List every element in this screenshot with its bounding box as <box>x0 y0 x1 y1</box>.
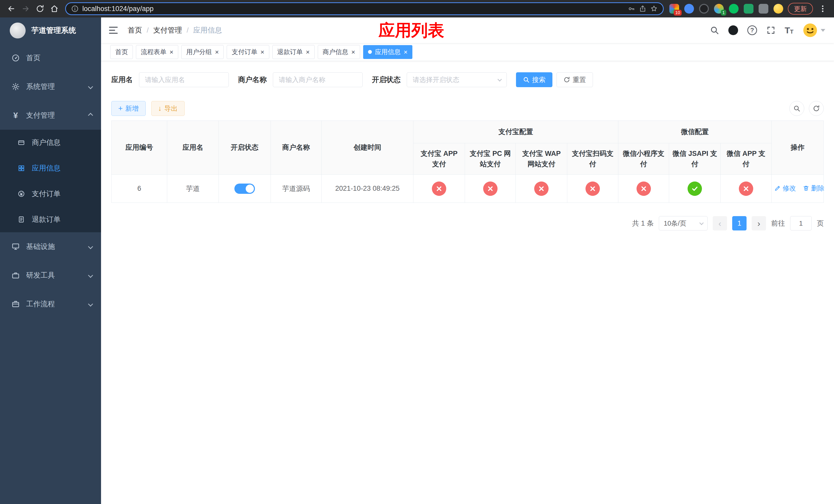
goto-label: 前往 <box>771 219 785 228</box>
page-size-value: 10条/页 <box>664 219 686 228</box>
reload-button[interactable] <box>33 2 47 16</box>
col-header-status: 开启状态 <box>219 121 270 175</box>
sidebar-group-system[interactable]: 系统管理 <box>0 72 101 101</box>
browser-menu-icon[interactable] <box>815 2 830 16</box>
filter-label-status: 开启状态 <box>372 75 401 85</box>
back-button[interactable] <box>4 2 19 16</box>
prev-page-button[interactable]: ‹ <box>713 216 727 230</box>
font-size-icon[interactable]: TT <box>785 26 793 35</box>
tab-label: 首页 <box>115 48 128 56</box>
chevron-down-icon <box>699 221 704 225</box>
sidebar: 芋道管理系统 首页 系统管理 ¥ 支付管理 <box>0 18 101 504</box>
sidebar-item-payment-order[interactable]: 支付订单 <box>0 181 101 207</box>
search-button[interactable]: 搜索 <box>516 72 552 87</box>
sidebar-group-workflow[interactable]: 工作流程 <box>0 290 101 318</box>
status-select[interactable]: 请选择开启状态 <box>407 72 507 87</box>
table-toolbar: + 新增 ↓ 导出 <box>111 101 824 116</box>
status-toggle[interactable] <box>235 184 255 194</box>
alipay-pc-status-icon <box>483 182 498 196</box>
sidebar-collapse-button[interactable] <box>108 25 118 36</box>
extension-icon-6[interactable] <box>744 4 753 14</box>
merchant-name-input[interactable] <box>273 72 363 87</box>
tabs-bar: 首页 流程表单 × 用户分组 × 支付订单 × 退款订单 × 商户信息 × <box>101 43 834 61</box>
close-icon[interactable]: × <box>404 49 408 55</box>
goto-page-input[interactable] <box>790 216 812 230</box>
home-button[interactable] <box>47 2 62 16</box>
extensions-puzzle-icon[interactable] <box>759 4 768 14</box>
chevron-down-icon <box>88 84 93 89</box>
page-size-select[interactable]: 10条/页 <box>659 216 707 230</box>
sidebar-item-label: 基础设施 <box>26 242 55 251</box>
sidebar-group-infrastructure[interactable]: 基础设施 <box>0 232 101 261</box>
chevron-down-icon <box>88 301 93 306</box>
breadcrumb-payment[interactable]: 支付管理 <box>153 25 182 35</box>
breadcrumb: 首页 / 支付管理 / 应用信息 <box>128 25 222 35</box>
export-button-label: 导出 <box>164 104 178 113</box>
fullscreen-icon[interactable] <box>766 26 775 35</box>
close-icon[interactable]: × <box>351 49 355 55</box>
brand-logo <box>10 23 26 39</box>
next-page-button[interactable]: › <box>752 216 766 230</box>
page-1-button[interactable]: 1 <box>732 216 747 230</box>
help-icon[interactable]: ? <box>747 25 757 35</box>
password-key-icon[interactable] <box>628 5 635 13</box>
briefcase-icon <box>11 300 21 308</box>
tab-merchant-info[interactable]: 商户信息 × <box>318 45 360 59</box>
reset-button[interactable]: 重置 <box>556 72 593 87</box>
toggle-search-button[interactable] <box>789 101 804 116</box>
sidebar-group-dev-tools[interactable]: 研发工具 <box>0 261 101 290</box>
sidebar-item-merchant-info[interactable]: 商户信息 <box>0 130 101 155</box>
search-icon[interactable] <box>710 26 719 35</box>
profile-avatar-icon[interactable] <box>773 4 783 14</box>
close-icon[interactable]: × <box>170 49 173 55</box>
pagination: 共 1 条 10条/页 ‹ 1 › 前往 页 <box>111 216 824 230</box>
close-icon[interactable]: × <box>260 49 264 55</box>
col-header-alipay-pc: 支付宝 PC 网站支付 <box>465 143 516 175</box>
refresh-button[interactable] <box>809 101 824 116</box>
user-avatar[interactable] <box>803 23 825 38</box>
sidebar-item-label: 系统管理 <box>26 82 55 92</box>
github-icon[interactable] <box>728 25 738 35</box>
export-button[interactable]: ↓ 导出 <box>151 101 185 116</box>
add-button[interactable]: + 新增 <box>111 101 146 116</box>
tab-process-form[interactable]: 流程表单 × <box>136 45 178 59</box>
site-info-icon[interactable] <box>71 5 79 13</box>
address-bar[interactable]: localhost:1024/pay/app <box>65 2 664 15</box>
profile-badge: 1 <box>721 10 726 16</box>
wechat-app-status-icon <box>739 182 753 196</box>
forward-button[interactable] <box>19 2 33 16</box>
sidebar-menu: 首页 系统管理 ¥ 支付管理 商户信息 <box>0 44 101 318</box>
tab-app-info[interactable]: 应用信息 × <box>363 45 412 59</box>
extension-icon-4[interactable]: 1 <box>714 4 724 14</box>
bookmark-star-icon[interactable] <box>650 5 658 13</box>
sidebar-item-home[interactable]: 首页 <box>0 44 101 72</box>
right-toolbar <box>789 101 824 116</box>
extension-icon-1[interactable]: 10 <box>670 4 679 14</box>
delete-link[interactable]: 删除 <box>803 184 825 193</box>
cell-actions: 修改 删除 <box>771 175 824 203</box>
share-icon[interactable] <box>639 5 646 13</box>
edit-link[interactable]: 修改 <box>774 184 796 193</box>
tab-user-group[interactable]: 用户分组 × <box>181 45 224 59</box>
tab-payment-order[interactable]: 支付订单 × <box>227 45 269 59</box>
sidebar-group-payment[interactable]: ¥ 支付管理 <box>0 101 101 130</box>
tab-label: 商户信息 <box>323 48 348 56</box>
col-header-merchant-name: 商户名称 <box>270 121 322 175</box>
extensions-tray: 10 1 <box>670 4 783 14</box>
update-button[interactable]: 更新 <box>788 3 813 15</box>
chevron-down-icon <box>498 77 502 82</box>
sidebar-item-refund-order[interactable]: 退款订单 <box>0 207 101 232</box>
tab-refund-order[interactable]: 退款订单 × <box>272 45 315 59</box>
filter-label-merchant-name: 商户名称 <box>238 75 267 85</box>
close-icon[interactable]: × <box>306 49 310 55</box>
sidebar-item-app-info[interactable]: 应用信息 <box>0 155 101 181</box>
document-icon <box>16 216 26 223</box>
sidebar-item-label: 首页 <box>26 53 41 63</box>
close-icon[interactable]: × <box>215 49 219 55</box>
extension-icon-2[interactable] <box>684 4 694 14</box>
extension-icon-3[interactable] <box>699 4 709 14</box>
extension-icon-5[interactable] <box>729 4 739 14</box>
tab-home[interactable]: 首页 <box>110 45 133 59</box>
breadcrumb-home[interactable]: 首页 <box>128 25 142 35</box>
app-name-input[interactable] <box>139 72 229 87</box>
